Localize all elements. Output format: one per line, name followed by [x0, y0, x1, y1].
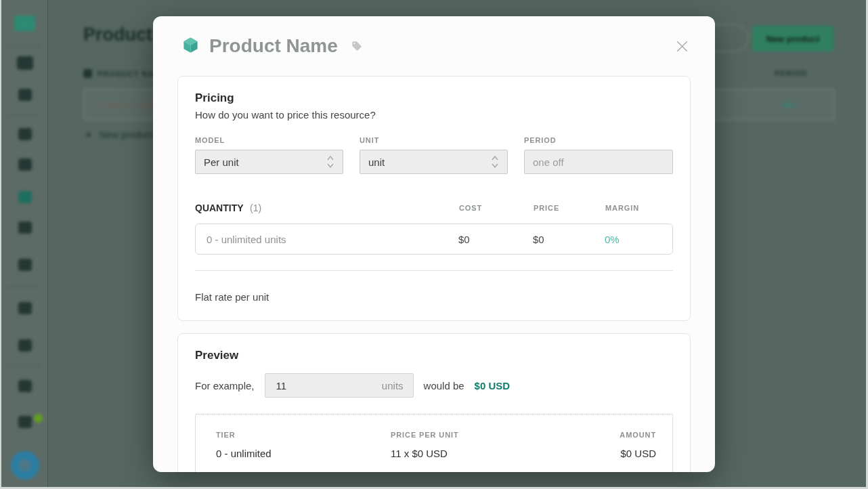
column-margin: MARGIN: [605, 204, 673, 212]
app-logo: [14, 16, 35, 31]
notification-dot: [34, 414, 43, 423]
page-title: Product: [83, 24, 152, 45]
tier-margin: 0%: [605, 234, 672, 245]
example-prefix: For example,: [195, 380, 255, 391]
column-price-per-unit: PRICE PER UNIT: [391, 431, 620, 439]
sidebar-divider: [7, 286, 41, 287]
unit-field: UNIT unit: [360, 136, 508, 174]
close-icon[interactable]: [674, 38, 691, 55]
column-price: PRICE: [534, 204, 605, 212]
quantity-label: QUANTITY: [195, 203, 244, 213]
model-field: MODEL Per unit: [195, 136, 343, 174]
model-label: MODEL: [195, 136, 343, 144]
modal-title: Product Name: [209, 35, 338, 57]
pricing-question: How do you want to price this resource?: [195, 109, 673, 121]
sidebar: [0, 0, 48, 489]
example-connector: would be: [424, 380, 464, 391]
model-select[interactable]: Per unit: [195, 150, 343, 174]
example-units-input[interactable]: [265, 374, 382, 397]
preview-card: Preview For example, units would be $0 U…: [177, 333, 691, 472]
unit-select[interactable]: unit: [360, 150, 508, 174]
plus-icon: +: [85, 129, 91, 141]
example-input-wrap: units: [265, 373, 414, 398]
sidebar-divider: [7, 115, 41, 116]
column-tier: TIER: [216, 431, 391, 439]
sidebar-icon: [18, 380, 32, 392]
quantity-count: (1): [250, 203, 261, 213]
period-cell-value: No: [783, 100, 795, 110]
column-cost: COST: [459, 204, 534, 212]
chevron-up-down-icon: [326, 154, 334, 169]
column-header-period: PERIOD: [775, 69, 807, 77]
user-avatar: [11, 451, 39, 480]
sidebar-icon-active: [18, 191, 32, 203]
sidebar-icon: [18, 339, 32, 352]
pricing-fields: MODEL Per unit UNIT unit: [195, 136, 673, 174]
modal-header: Product Name: [153, 16, 715, 76]
sidebar-icon: [18, 221, 32, 234]
sidebar-icon: [18, 416, 32, 428]
pricing-heading: Pricing: [195, 91, 673, 105]
preview-table: TIER PRICE PER UNIT AMOUNT 0 - unlimited…: [195, 414, 673, 472]
sidebar-icon: [18, 259, 32, 271]
new-product-button: New product: [752, 26, 833, 51]
tier-row[interactable]: 0 - unlimited units $0 $0 0%: [195, 224, 673, 255]
tier-price: $0: [533, 234, 605, 245]
pricing-card: Pricing How do you want to price this re…: [177, 76, 691, 321]
sidebar-divider: [7, 366, 41, 366]
sidebar-icon: [18, 89, 32, 101]
period-label: PERIOD: [524, 136, 673, 144]
pricing-summary: Flat rate per unit: [195, 291, 673, 303]
product-pricing-modal: Product Name Pricing How do you want to …: [153, 16, 715, 472]
preview-example-row: For example, units would be $0 USD: [195, 373, 673, 398]
example-result: $0 USD: [475, 380, 511, 391]
sidebar-divider: [7, 46, 41, 47]
tier-range: 0 - unlimited units: [196, 234, 458, 245]
period-input[interactable]: [524, 150, 673, 174]
preview-price-per-unit: 11 x $0 USD: [391, 448, 620, 459]
filter-placeholder: Product name: [96, 99, 159, 110]
divider: [195, 270, 673, 271]
preview-heading: Preview: [195, 349, 673, 362]
cube-icon: [181, 36, 200, 57]
tier-cost: $0: [458, 234, 533, 245]
preview-table-header: TIER PRICE PER UNIT AMOUNT: [216, 431, 656, 439]
column-amount: AMOUNT: [620, 431, 656, 439]
unit-label: UNIT: [360, 136, 508, 144]
preview-table-row: 0 - unlimited 11 x $0 USD $0 USD: [216, 448, 656, 459]
sidebar-icon: [17, 56, 33, 70]
preview-amount: $0 USD: [620, 448, 656, 459]
sidebar-icon: [18, 158, 32, 171]
sidebar-icon: [18, 128, 32, 140]
period-field: PERIOD: [524, 136, 673, 174]
tag-icon[interactable]: [351, 41, 362, 51]
preview-tier: 0 - unlimited: [216, 448, 391, 459]
chevron-up-down-icon: [491, 154, 499, 169]
sort-icon: [83, 69, 92, 78]
add-product-row: + New product: [85, 129, 153, 141]
sidebar-icon: [18, 302, 32, 314]
quantity-table-header: QUANTITY (1) COST PRICE MARGIN: [195, 202, 673, 214]
example-units-suffix: units: [382, 380, 404, 391]
